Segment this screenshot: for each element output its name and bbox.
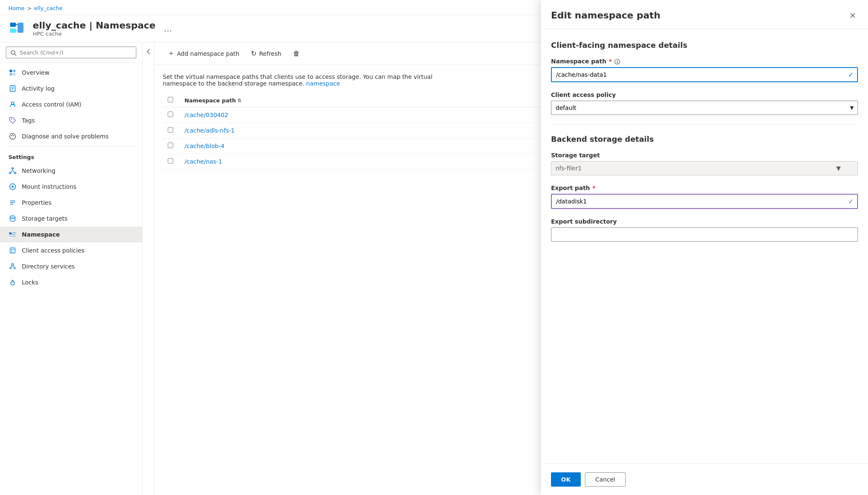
panel-cancel-button[interactable]: Cancel [585,472,626,487]
sidebar-item-directory-services[interactable]: Directory services [0,258,142,274]
namespace-path-sort[interactable]: Namespace path ⇅ [185,97,547,104]
breadcrumb-current[interactable]: elly_cache [34,5,62,11]
export-subdirectory-label: Export subdirectory [551,218,858,225]
description-text: Set the virtual namespace paths that cli… [163,73,432,87]
export-subdirectory-field: Export subdirectory [551,218,858,242]
export-subdirectory-input[interactable] [551,227,858,242]
sidebar-item-label-storage-targets: Storage targets [22,215,68,222]
namespace-path-label-text: Namespace path [551,58,606,65]
delete-icon: 🗑 [293,50,300,57]
sidebar-item-label-locks: Locks [22,279,38,286]
networking-icon [8,167,17,175]
svg-line-25 [13,171,15,172]
sidebar-search-inner[interactable] [6,47,136,58]
sidebar-collapse-button[interactable] [143,42,154,495]
row-3-path-link[interactable]: /cache/nas-1 [185,158,222,165]
row-2-checkbox[interactable] [168,143,173,148]
export-subdirectory-input-wrapper [551,227,858,242]
refresh-button[interactable]: ↻ Refresh [246,47,286,60]
row-0-checkbox-cell [163,107,179,123]
client-access-policy-label-text: Client access policy [551,91,616,98]
svg-line-44 [10,266,13,268]
sidebar-item-client-access-policies[interactable]: Client access policies [0,242,142,258]
delete-button[interactable]: 🗑 [288,47,305,60]
svg-rect-10 [13,73,16,76]
sidebar-item-storage-targets[interactable]: Storage targets [0,211,142,227]
svg-point-42 [10,267,11,269]
client-access-policy-select[interactable]: default policy1 policy2 [551,101,858,115]
row-0-path-link[interactable]: /cache/030402 [185,112,228,118]
export-path-input[interactable] [551,194,858,209]
breadcrumb-home[interactable]: Home [8,5,24,11]
main-layout: Overview Activity log Access control (IA… [0,42,868,495]
panel-ok-button[interactable]: OK [551,472,581,487]
svg-point-17 [11,119,12,120]
sidebar-item-tags[interactable]: Tags [0,112,142,128]
svg-rect-22 [14,172,16,174]
row-1-checkbox[interactable] [168,127,173,133]
sidebar-search-container [0,42,142,63]
svg-rect-8 [13,70,16,72]
refresh-icon: ↻ [251,50,257,57]
svg-rect-37 [9,236,16,237]
row-3-checkbox-cell [163,154,179,169]
row-2-checkbox-cell [163,138,179,154]
svg-rect-0 [10,23,16,27]
row-0-checkbox[interactable] [168,112,173,117]
svg-rect-35 [13,232,16,233]
namespace-path-required: * [609,58,612,65]
row-0-path-cell: /cache/030402 [179,107,552,123]
tags-icon [8,116,17,125]
namespace-path-field: Namespace path * i ✓ [551,58,858,82]
svg-rect-20 [12,168,13,169]
sidebar-item-locks[interactable]: Locks [0,274,142,290]
sidebar-item-activity-log[interactable]: Activity log [0,81,142,96]
more-options-button[interactable]: ... [164,23,172,34]
edit-namespace-panel: Edit namespace path × Client-facing name… [541,42,868,495]
sidebar-item-properties[interactable]: Properties [0,195,142,211]
row-1-path-link[interactable]: /cache/adls-nfs-1 [185,127,235,134]
sidebar-item-label-properties: Properties [22,199,52,206]
page-subtitle: HPC cache [33,31,156,37]
storage-target-label-text: Storage target [551,152,600,159]
select-all-checkbox[interactable] [168,97,173,102]
svg-rect-21 [9,172,11,174]
namespace-path-input[interactable] [551,67,858,82]
add-namespace-label: Add namespace path [177,50,239,57]
svg-line-6 [15,54,16,56]
client-section-title: Client-facing namespace details [551,42,858,50]
search-input[interactable] [20,50,132,56]
sidebar-item-diagnose[interactable]: Diagnose and solve problems [0,128,142,144]
svg-rect-9 [10,73,12,76]
sidebar-item-overview[interactable]: Overview [0,65,142,81]
sidebar-item-mount-instructions[interactable]: Mount instructions [0,179,142,195]
mount-icon [8,182,17,191]
storage-target-chevron: ▼ [836,165,841,172]
sidebar-item-access-control[interactable]: Access control (IAM) [0,96,142,112]
page-title: elly_cache | Namespace [33,20,156,31]
add-namespace-path-button[interactable]: ＋ Add namespace path [163,47,244,60]
row-2-path-link[interactable]: /cache/blob-4 [185,143,224,149]
sidebar-item-namespace[interactable]: Namespace [0,227,142,242]
sidebar-item-label-activity-log: Activity log [22,85,55,92]
add-icon: ＋ [168,49,174,58]
row-1-path-cell: /cache/adls-nfs-1 [179,123,552,138]
sidebar-item-networking[interactable]: Networking [0,163,142,179]
row-3-checkbox[interactable] [168,158,173,164]
panel-body: Client-facing namespace details Namespac… [541,42,868,464]
sidebar-item-label-mount: Mount instructions [22,183,76,190]
storage-target-field: Storage target nfs-filer1 ▼ [551,152,858,175]
locks-icon [8,278,17,287]
sidebar-item-label-namespace: Namespace [22,231,60,238]
sidebar-item-label-access-control: Access control (IAM) [22,101,81,108]
client-access-policy-label: Client access policy [551,91,858,98]
namespace-path-info-icon[interactable]: i [614,58,620,65]
search-icon [10,49,16,56]
panel-footer: OK Cancel [541,464,868,495]
panel-section-divider [551,124,858,125]
client-access-policy-select-wrapper: default policy1 policy2 ▼ [551,101,858,115]
iam-icon [8,100,17,109]
row-2-path-cell: /cache/blob-4 [179,138,552,154]
namespace-link[interactable]: namespace [306,80,340,87]
sidebar-nav: Overview Activity log Access control (IA… [0,63,142,495]
